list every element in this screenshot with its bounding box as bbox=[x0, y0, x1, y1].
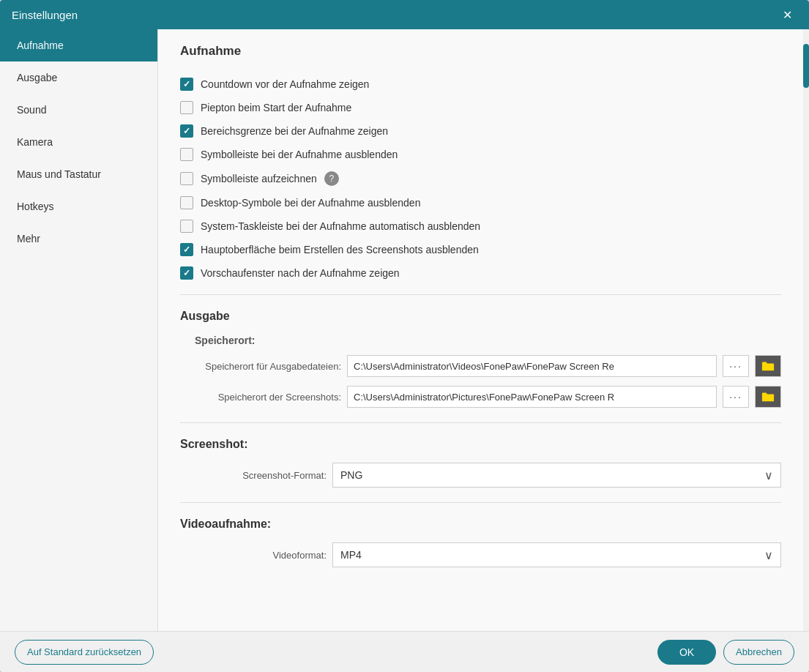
ausgabe-field-label-0: Speicherort für Ausgabedateien: bbox=[195, 361, 341, 372]
ausgabe-field-row-0: Speicherort für Ausgabedateien:C:\Users\… bbox=[195, 355, 781, 377]
checkbox-label-desktop-symbole: Desktop-Symbole bei der Aufnahme ausblen… bbox=[201, 197, 420, 209]
sidebar-item-hotkeys[interactable]: Hotkeys bbox=[0, 190, 157, 223]
dropdown-arrow-icon: ∨ bbox=[764, 468, 773, 482]
checkbox-vorschaufenster[interactable] bbox=[180, 266, 193, 280]
checkbox-row-symbolleiste-ausblenden: Symbolleiste bei der Aufnahme ausblenden bbox=[180, 148, 781, 161]
content-area: AufnahmeAusgabeSoundKameraMaus und Tasta… bbox=[0, 29, 809, 631]
speicherort-title: Speicherort: bbox=[195, 335, 781, 346]
dots-button-0[interactable]: ··· bbox=[723, 355, 749, 377]
folder-button-0[interactable] bbox=[755, 355, 781, 377]
footer: Auf Standard zurücksetzen OK Abbrechen bbox=[0, 631, 809, 672]
screenshot-format-row: Screenshot-Format: PNG ∨ bbox=[180, 463, 781, 488]
checkbox-row-hauptoberflaeche: Hauptoberfläche beim Erstellen des Scree… bbox=[180, 243, 781, 256]
sidebar-item-sound[interactable]: Sound bbox=[0, 94, 157, 126]
ausgabe-field-input-1[interactable]: C:\Users\Administrator\Pictures\FonePaw\… bbox=[347, 386, 717, 408]
checkbox-hauptoberflaeche[interactable] bbox=[180, 243, 193, 256]
footer-buttons: OK Abbrechen bbox=[657, 640, 794, 665]
reset-button[interactable]: Auf Standard zurücksetzen bbox=[15, 640, 154, 665]
sidebar-item-aufnahme[interactable]: Aufnahme bbox=[0, 29, 157, 61]
scrollbar-thumb[interactable] bbox=[803, 44, 809, 88]
titlebar: Einstellungen ✕ bbox=[0, 0, 809, 29]
sidebar: AufnahmeAusgabeSoundKameraMaus und Tasta… bbox=[0, 29, 158, 631]
checkbox-row-taskleiste: System-Taskleiste bei der Aufnahme autom… bbox=[180, 220, 781, 233]
sidebar-item-mehr[interactable]: Mehr bbox=[0, 223, 157, 255]
checkbox-row-symbolleiste-aufzeichnen: Symbolleiste aufzeichnen? bbox=[180, 171, 781, 186]
folder-icon bbox=[761, 360, 775, 372]
folder-icon bbox=[761, 391, 775, 403]
checkbox-label-bereichsgrenze: Bereichsgrenze bei der Aufnahme zeigen bbox=[201, 125, 388, 137]
checkbox-label-piepton: Piepton beim Start der Aufnahme bbox=[201, 102, 351, 113]
section-divider bbox=[180, 294, 781, 295]
videoformat-label: Videoformat: bbox=[180, 550, 327, 561]
close-button[interactable]: ✕ bbox=[777, 4, 797, 25]
main-content: Aufnahme Countdown vor der Aufnahme zeig… bbox=[158, 29, 803, 631]
checkbox-label-countdown: Countdown vor der Aufnahme zeigen bbox=[201, 78, 369, 90]
ok-button[interactable]: OK bbox=[657, 640, 716, 665]
checkbox-row-countdown: Countdown vor der Aufnahme zeigen bbox=[180, 78, 781, 91]
sidebar-item-maus-tastatur[interactable]: Maus und Tastatur bbox=[0, 158, 157, 190]
screenshot-title: Screenshot: bbox=[180, 438, 781, 451]
checkbox-symbolleiste-aufzeichnen[interactable] bbox=[180, 172, 193, 185]
settings-window: Einstellungen ✕ AufnahmeAusgabeSoundKame… bbox=[0, 0, 809, 672]
sidebar-item-kamera[interactable]: Kamera bbox=[0, 126, 157, 158]
checkbox-row-bereichsgrenze: Bereichsgrenze bei der Aufnahme zeigen bbox=[180, 124, 781, 138]
scrollbar[interactable] bbox=[803, 29, 809, 631]
checkbox-row-desktop-symbole: Desktop-Symbole bei der Aufnahme ausblen… bbox=[180, 196, 781, 209]
checkbox-countdown[interactable] bbox=[180, 78, 193, 91]
dots-button-1[interactable]: ··· bbox=[723, 386, 749, 408]
checkbox-desktop-symbole[interactable] bbox=[180, 196, 193, 209]
checkbox-label-vorschaufenster: Vorschaufenster nach der Aufnahme zeigen bbox=[201, 267, 400, 279]
checkbox-label-taskleiste: System-Taskleiste bei der Aufnahme autom… bbox=[201, 220, 480, 232]
aufnahme-section-title: Aufnahme bbox=[180, 44, 781, 64]
checkbox-label-symbolleiste-aufzeichnen: Symbolleiste aufzeichnen bbox=[201, 173, 317, 184]
video-section: Videoaufnahme: Videoformat: MP4 ∨ bbox=[180, 518, 781, 567]
checkbox-bereichsgrenze[interactable] bbox=[180, 124, 193, 138]
screenshot-format-select[interactable]: PNG ∨ bbox=[332, 463, 781, 488]
checkbox-row-vorschaufenster: Vorschaufenster nach der Aufnahme zeigen bbox=[180, 266, 781, 280]
help-icon[interactable]: ? bbox=[324, 171, 339, 186]
ausgabe-section: Ausgabe Speicherort: Speicherort für Aus… bbox=[180, 310, 781, 567]
ausgabe-title: Ausgabe bbox=[180, 310, 781, 323]
checkbox-label-hauptoberflaeche: Hauptoberfläche beim Erstellen des Scree… bbox=[201, 244, 479, 255]
ausgabe-field-row-1: Speicherort der Screenshots:C:\Users\Adm… bbox=[195, 386, 781, 408]
ausgabe-field-label-1: Speicherort der Screenshots: bbox=[195, 392, 341, 403]
window-title: Einstellungen bbox=[12, 9, 78, 21]
dropdown-arrow-icon-2: ∨ bbox=[764, 548, 773, 562]
checkbox-taskleiste[interactable] bbox=[180, 220, 193, 233]
videoformat-row: Videoformat: MP4 ∨ bbox=[180, 542, 781, 567]
cancel-button[interactable]: Abbrechen bbox=[723, 640, 794, 665]
checkbox-row-piepton: Piepton beim Start der Aufnahme bbox=[180, 101, 781, 114]
screenshot-format-label: Screenshot-Format: bbox=[180, 470, 327, 481]
checkbox-piepton[interactable] bbox=[180, 101, 193, 114]
section-divider-3 bbox=[180, 502, 781, 503]
sidebar-item-ausgabe[interactable]: Ausgabe bbox=[0, 61, 157, 94]
folder-button-1[interactable] bbox=[755, 386, 781, 408]
screenshot-format-value: PNG bbox=[340, 469, 362, 481]
videoformat-select[interactable]: MP4 ∨ bbox=[332, 542, 781, 567]
ausgabe-field-input-0[interactable]: C:\Users\Administrator\Videos\FonePaw\Fo… bbox=[347, 355, 717, 377]
checkbox-symbolleiste-ausblenden[interactable] bbox=[180, 148, 193, 161]
videoaufnahme-title: Videoaufnahme: bbox=[180, 518, 781, 531]
checkbox-label-symbolleiste-ausblenden: Symbolleiste bei der Aufnahme ausblenden bbox=[201, 149, 398, 160]
screenshot-section: Screenshot: Screenshot-Format: PNG ∨ bbox=[180, 438, 781, 488]
videoformat-value: MP4 bbox=[340, 549, 362, 561]
section-divider-2 bbox=[180, 422, 781, 423]
